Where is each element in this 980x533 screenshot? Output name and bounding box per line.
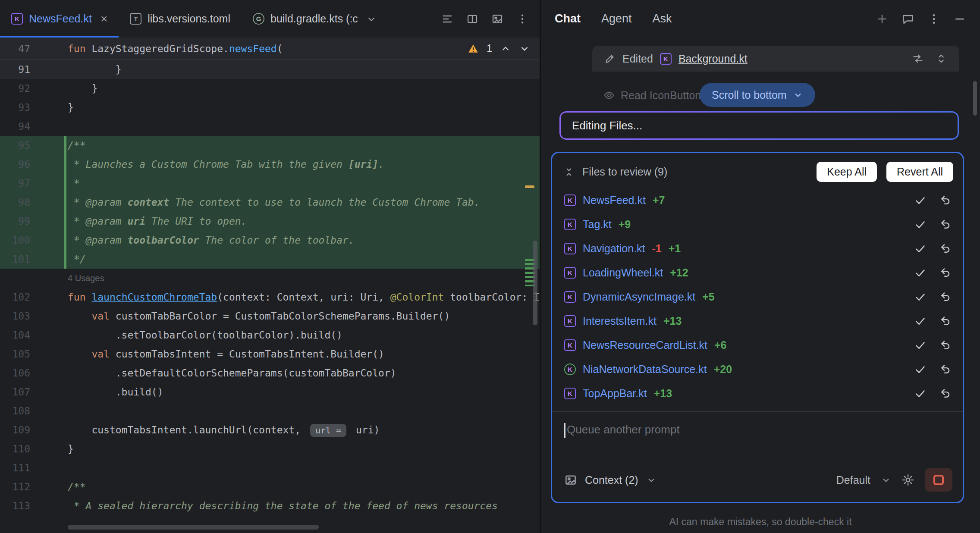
edited-file-step[interactable]: Edited K Background.kt xyxy=(592,46,959,72)
line-number[interactable]: 103 xyxy=(0,310,30,322)
code-line-94[interactable]: 94 xyxy=(0,117,540,136)
code-line-95[interactable]: 95/** xyxy=(0,136,540,155)
code-line-110[interactable]: 110} xyxy=(0,439,540,458)
code-line-104[interactable]: 104 .setToolbarColor(toolbarColor).build… xyxy=(0,326,540,345)
code-line-107[interactable]: 107 .build() xyxy=(0,383,540,401)
line-number[interactable]: 108 xyxy=(0,405,30,417)
keep-all-button[interactable]: Keep All xyxy=(817,162,877,182)
code-area[interactable]: 91 }92 }93}9495/**96 * Launches a Custom… xyxy=(0,60,540,533)
code-line-91[interactable]: 91 } xyxy=(0,60,540,79)
keep-file-check-icon[interactable] xyxy=(914,388,926,399)
code-line-109[interactable]: 109 customTabsIntent.launchUrl(context, … xyxy=(0,420,540,439)
code-line-97[interactable]: 97 * xyxy=(0,174,540,193)
context-chevron-down-icon[interactable] xyxy=(646,475,656,485)
line-number[interactable]: 100 xyxy=(0,235,30,246)
line-number[interactable]: 96 xyxy=(0,159,30,170)
model-selector[interactable]: Default xyxy=(836,474,870,486)
prev-problem-chevron-up-icon[interactable] xyxy=(500,43,511,54)
line-number[interactable]: 112 xyxy=(0,481,30,492)
code-line-101[interactable]: 101 */ xyxy=(0,250,540,269)
expand-unfold-icon[interactable] xyxy=(935,53,947,65)
line-number[interactable]: 113 xyxy=(0,500,30,511)
line-number[interactable]: 97 xyxy=(0,178,30,189)
file-link[interactable]: InterestsItem.kt xyxy=(583,315,656,327)
line-number[interactable]: 94 xyxy=(0,121,30,132)
code-line-102[interactable]: 102fun launchCustomChromeTab(context: Co… xyxy=(0,288,540,307)
read-file-step[interactable]: Read IconButton. xyxy=(603,85,704,106)
new-chat-plus-icon[interactable] xyxy=(876,13,889,25)
edited-file-link[interactable]: Background.kt xyxy=(678,53,748,65)
code-line-99[interactable]: 99 * @param uri The URI to open. xyxy=(0,212,540,231)
editor-horizontal-scrollbar[interactable] xyxy=(68,525,319,530)
revert-file-undo-icon[interactable] xyxy=(940,315,952,327)
editor-more-kebab-icon[interactable] xyxy=(516,13,528,25)
chat-more-kebab-icon[interactable] xyxy=(927,13,940,25)
usages-hint[interactable]: 4 Usages xyxy=(68,273,104,283)
line-number[interactable]: 110 xyxy=(0,443,30,455)
sticky-function-header[interactable]: 47 fun LazyStaggeredGridScope.newsFeed( … xyxy=(0,38,540,60)
keep-file-check-icon[interactable] xyxy=(914,339,926,351)
tab-newsfeed-kt[interactable]: K NewsFeed.kt × xyxy=(0,0,119,38)
tab-libs-versions-toml[interactable]: T libs.versions.toml xyxy=(119,0,242,38)
collapse-chevrons-icon[interactable] xyxy=(563,166,575,178)
code-line-105[interactable]: 105 val customTabsIntent = CustomTabsInt… xyxy=(0,345,540,364)
revert-file-undo-icon[interactable] xyxy=(940,219,952,230)
keep-file-check-icon[interactable] xyxy=(914,194,926,206)
code-line-106[interactable]: 106 .setDefaultColorSchemeParams(customT… xyxy=(0,364,540,383)
code-line-98[interactable]: 98 * @param context The context to use t… xyxy=(0,193,540,212)
tab-list-chevron-down-icon[interactable] xyxy=(366,13,377,25)
line-number[interactable]: 92 xyxy=(0,83,30,94)
line-number[interactable]: 99 xyxy=(0,216,30,227)
file-review-row[interactable]: KNiaNetworkDataSource.kt+20 xyxy=(552,357,963,381)
attach-image-icon[interactable] xyxy=(564,473,577,486)
file-link[interactable]: DynamicAsyncImage.kt xyxy=(583,291,695,303)
line-number[interactable]: 109 xyxy=(0,424,30,436)
line-number[interactable]: 102 xyxy=(0,292,30,303)
chat-vertical-scrollbar[interactable] xyxy=(973,81,977,116)
keep-file-check-icon[interactable] xyxy=(914,291,926,303)
revert-file-undo-icon[interactable] xyxy=(940,364,952,375)
keep-file-check-icon[interactable] xyxy=(914,364,926,375)
keep-file-check-icon[interactable] xyxy=(914,243,926,254)
revert-file-undo-icon[interactable] xyxy=(940,388,952,399)
next-problem-chevron-down-icon[interactable] xyxy=(519,43,530,54)
file-link[interactable]: LoadingWheel.kt xyxy=(583,266,663,279)
file-link[interactable]: TopAppBar.kt xyxy=(583,387,647,400)
file-link[interactable]: Tag.kt xyxy=(583,218,612,231)
close-tab-icon[interactable]: × xyxy=(101,12,107,26)
code-line-111[interactable]: 111 xyxy=(0,458,540,477)
usages-hint-row[interactable]: 4 Usages xyxy=(0,269,540,288)
line-number[interactable]: 98 xyxy=(0,197,30,208)
line-number[interactable]: 93 xyxy=(0,102,30,113)
line-number[interactable]: 107 xyxy=(0,386,30,398)
split-editor-icon[interactable] xyxy=(466,13,478,25)
code-line-112[interactable]: 112/** xyxy=(0,477,540,496)
line-number[interactable]: 104 xyxy=(0,329,30,341)
revert-file-undo-icon[interactable] xyxy=(940,243,952,254)
file-review-row[interactable]: KTag.kt+9 xyxy=(552,212,963,236)
tab-ask[interactable]: Ask xyxy=(653,12,672,25)
line-number[interactable]: 111 xyxy=(0,462,30,473)
code-line-103[interactable]: 103 val customTabBarColor = CustomTabCol… xyxy=(0,307,540,326)
code-line-93[interactable]: 93} xyxy=(0,98,540,117)
line-number[interactable]: 105 xyxy=(0,348,30,360)
tab-build-gradle-kts[interactable]: G build.gradle.kts (:c xyxy=(242,0,388,38)
tab-agent[interactable]: Agent xyxy=(601,12,632,25)
revert-file-undo-icon[interactable] xyxy=(940,291,952,303)
code-line-113[interactable]: 113 * A sealed hierarchy describing the … xyxy=(0,496,540,515)
revert-all-button[interactable]: Revert All xyxy=(886,162,953,182)
keep-file-check-icon[interactable] xyxy=(914,267,926,279)
file-review-row[interactable]: KDynamicAsyncImage.kt+5 xyxy=(552,285,963,309)
scroll-to-bottom-button[interactable]: Scroll to bottom xyxy=(700,83,815,107)
prompt-input[interactable]: Queue another prompt xyxy=(552,412,963,468)
file-link[interactable]: NiaNetworkDataSource.kt xyxy=(583,363,707,376)
line-number[interactable]: 101 xyxy=(0,254,30,265)
warning-icon[interactable] xyxy=(468,43,479,54)
file-link[interactable]: Navigation.kt xyxy=(583,242,645,255)
file-review-row[interactable]: KNewsResourceCardList.kt+6 xyxy=(552,333,963,357)
revert-file-undo-icon[interactable] xyxy=(940,339,952,351)
line-number[interactable]: 95 xyxy=(0,140,30,151)
chat-history-bubble-icon[interactable] xyxy=(901,13,914,25)
code-line-108[interactable]: 108 xyxy=(0,401,540,420)
code-line-96[interactable]: 96 * Launches a Custom Chrome Tab with t… xyxy=(0,155,540,174)
